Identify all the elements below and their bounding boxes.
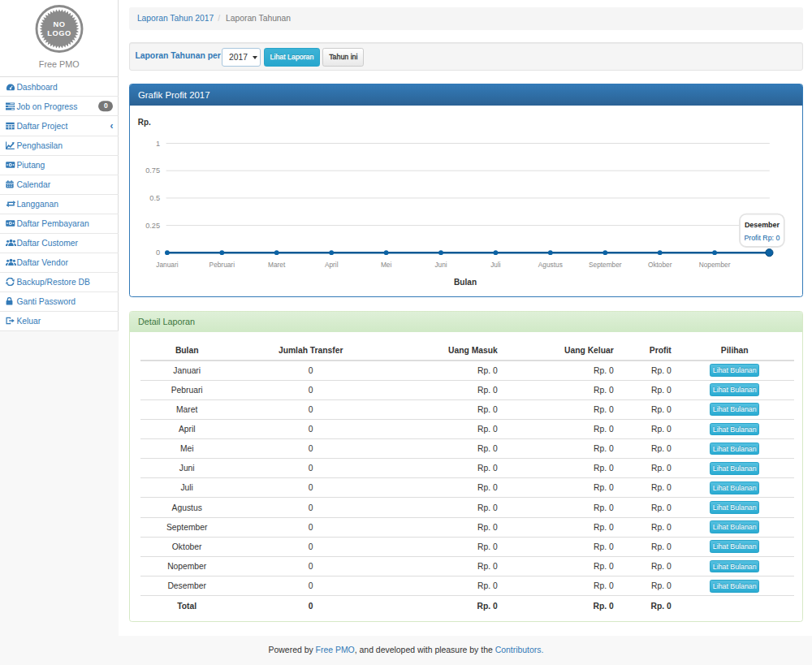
- svg-text:0.5: 0.5: [150, 194, 161, 202]
- svg-text:Juni: Juni: [435, 261, 447, 269]
- svg-text:Bulan: Bulan: [454, 277, 477, 287]
- svg-text:April: April: [325, 261, 339, 269]
- svg-text:September: September: [589, 261, 622, 269]
- svg-text:Januari: Januari: [157, 261, 179, 269]
- svg-text:Pebruari: Pebruari: [209, 261, 235, 269]
- svg-text:Nopember: Nopember: [699, 261, 731, 269]
- svg-text:0.75: 0.75: [146, 166, 161, 175]
- svg-text:0: 0: [156, 248, 160, 257]
- svg-text:Rp.: Rp.: [138, 117, 151, 127]
- svg-text:Desember: Desember: [745, 220, 780, 229]
- svg-text:Maret: Maret: [268, 261, 286, 269]
- svg-text:Oktober: Oktober: [648, 261, 672, 269]
- svg-text:NO: NO: [54, 20, 66, 28]
- svg-text:0.25: 0.25: [146, 222, 161, 230]
- svg-text:Profit Rp: 0: Profit Rp: 0: [745, 233, 780, 242]
- svg-text:Agustus: Agustus: [538, 261, 563, 269]
- svg-text:Mei: Mei: [381, 261, 392, 269]
- svg-text:Juli: Juli: [491, 261, 502, 269]
- svg-text:LOGO: LOGO: [47, 29, 71, 37]
- svg-text:1: 1: [156, 140, 160, 148]
